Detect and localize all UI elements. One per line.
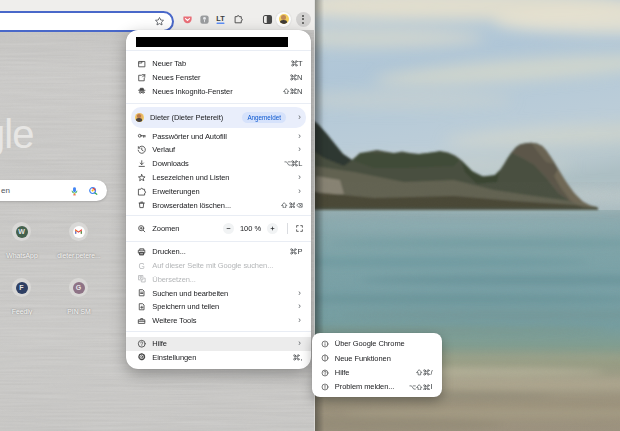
svg-text:G: G xyxy=(139,262,145,271)
svg-text:LT: LT xyxy=(216,14,225,23)
